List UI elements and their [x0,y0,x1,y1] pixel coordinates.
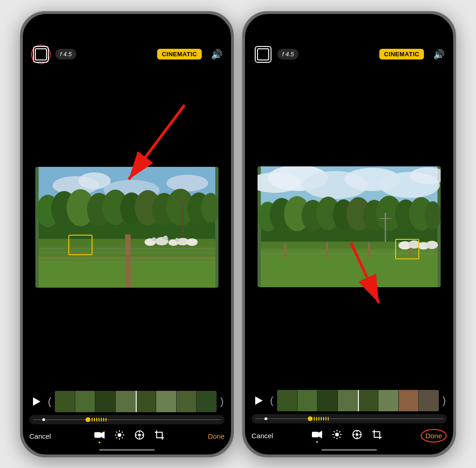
play-button-left[interactable] [29,394,44,409]
focus-icon-button-left[interactable] [31,45,51,64]
svg-marker-94 [318,431,322,438]
phone-left-frame: f 4.5 CINEMATIC 🔊 [20,11,234,457]
wheel-icon-left[interactable] [134,430,145,442]
svg-rect-25 [125,234,131,288]
scrubber-row-left [23,415,231,424]
film-thumb-r4 [338,390,358,411]
svg-marker-39 [101,431,105,439]
volume-icon-right[interactable]: 🔊 [433,49,445,60]
bracket-left-left: ( [47,395,52,408]
phone-right-frame: f 4.5 CINEMATIC 🔊 [242,11,456,457]
focus-icon-button-right[interactable] [253,45,273,64]
cancel-button-left[interactable]: Cancel [29,432,51,440]
scrubber-line-right [255,418,443,419]
film-thumb-2 [75,391,95,412]
video-preview-left [23,68,231,387]
filmstrip-right[interactable] [277,390,438,411]
wheel-icon-right[interactable] [352,429,362,442]
phone-right-content: f 4.5 CINEMATIC 🔊 [245,14,453,455]
film-thumb-r6 [378,390,398,411]
nav-icon-dot-right [316,441,318,443]
cinematic-badge-left[interactable]: CINEMATIC [157,49,202,59]
scrubber-dot-white-left [42,418,45,421]
film-thumb-r7 [399,390,419,411]
svg-point-95 [335,433,339,436]
film-thumb-r5 [358,390,378,411]
focus-box-right [395,239,419,259]
play-button-right[interactable] [251,393,266,408]
svg-rect-81 [284,243,286,257]
bottom-nav-right: Cancel [245,425,453,445]
toolbar-top-right: f 4.5 CINEMATIC 🔊 [245,41,453,68]
timeline-strip-right: ( [245,390,453,411]
svg-point-35 [152,237,156,241]
video-frame-right [258,166,441,287]
svg-point-40 [118,433,121,437]
cancel-button-right[interactable]: Cancel [251,432,273,440]
cinematic-badge-right[interactable]: CINEMATIC [379,49,424,59]
scrubber-ticks-left [89,418,106,422]
svg-point-105 [356,433,358,436]
filmstrip-left[interactable] [55,391,216,412]
bracket-right-right: ) [442,395,447,407]
done-button-left[interactable]: Done [208,432,225,440]
crop-icon-right[interactable] [372,430,382,442]
phone-right-inner: f 4.5 CINEMATIC 🔊 [245,14,453,455]
svg-point-37 [175,238,179,242]
film-thumb-r2 [298,390,317,411]
bracket-right-left: ) [219,395,225,408]
video-camera-icon-right[interactable] [312,430,322,441]
film-playhead-left [136,391,137,412]
scrubber-dot-white-right [264,417,267,420]
scrubber-line-left [33,419,221,420]
svg-line-102 [339,431,340,432]
svg-rect-82 [326,243,328,257]
focus-icon-left [33,46,49,63]
video-bg-right [258,166,441,287]
phone-right: f 4.5 CINEMATIC 🔊 [242,11,456,457]
svg-line-47 [122,431,123,432]
svg-line-100 [334,431,335,432]
focus-box-left [68,235,93,255]
film-thumb-5 [136,391,156,412]
video-preview-right [245,68,453,386]
bottom-section-right: ( [245,386,453,447]
scrubber-ticks-right [311,417,329,421]
brightness-icon-right[interactable] [332,430,342,442]
film-thumb-8 [197,391,217,412]
film-thumb-7 [177,391,197,412]
bottom-nav-left: Cancel [23,426,231,445]
video-frame-left [35,167,218,288]
crop-icon-left[interactable] [155,430,164,442]
scrubber-row-right [245,414,453,423]
phones-container: f 4.5 CINEMATIC 🔊 [20,11,456,457]
done-button-right[interactable]: Done [421,429,447,442]
svg-rect-27 [39,260,215,261]
svg-line-45 [116,431,117,432]
play-triangle-left [33,397,40,406]
svg-point-74 [424,201,441,229]
scrubber-track-left[interactable] [29,415,225,424]
volume-icon-left[interactable]: 🔊 [211,49,223,60]
svg-rect-26 [39,255,215,257]
film-thumb-r3 [317,390,337,411]
film-thumb-1 [55,391,75,412]
aperture-badge-left[interactable]: f 4.5 [55,49,76,59]
svg-rect-38 [94,432,101,438]
svg-point-34 [186,238,198,246]
focus-icon-right [255,46,271,63]
brightness-icon-left[interactable] [115,430,124,442]
aperture-badge-right[interactable]: f 4.5 [278,49,298,59]
scrubber-track-right[interactable] [251,414,447,423]
svg-point-50 [138,434,141,436]
film-thumb-6 [156,391,176,412]
bottom-section-left: ( [23,387,231,447]
film-playhead-right [358,390,359,411]
svg-rect-83 [368,243,370,257]
play-triangle-right [255,396,263,405]
home-indicator-left [99,449,155,451]
bracket-left-right: ( [269,395,274,407]
video-camera-icon-left[interactable] [94,431,105,442]
svg-line-46 [122,437,123,438]
nav-icons-right [273,429,421,442]
